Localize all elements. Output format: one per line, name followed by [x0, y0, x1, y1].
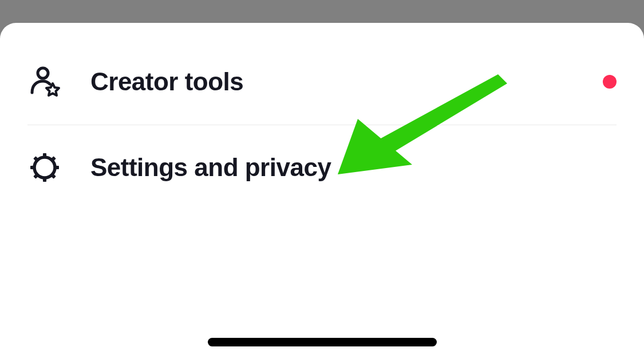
- svg-rect-2: [43, 153, 46, 158]
- menu-item-label: Creator tools: [90, 67, 603, 96]
- bottom-sheet: Creator tools Settings and privacy: [0, 23, 644, 359]
- menu-item-settings-privacy[interactable]: Settings and privacy: [0, 125, 644, 210]
- svg-rect-4: [30, 166, 35, 169]
- home-indicator: [208, 338, 437, 346]
- creator-tools-icon: [27, 65, 62, 99]
- menu-item-creator-tools[interactable]: Creator tools: [0, 39, 644, 125]
- svg-rect-5: [54, 166, 59, 169]
- settings-icon: [27, 150, 62, 185]
- svg-rect-3: [43, 177, 46, 182]
- menu-item-label: Settings and privacy: [90, 153, 617, 182]
- notification-badge: [603, 75, 617, 89]
- svg-point-0: [38, 68, 48, 78]
